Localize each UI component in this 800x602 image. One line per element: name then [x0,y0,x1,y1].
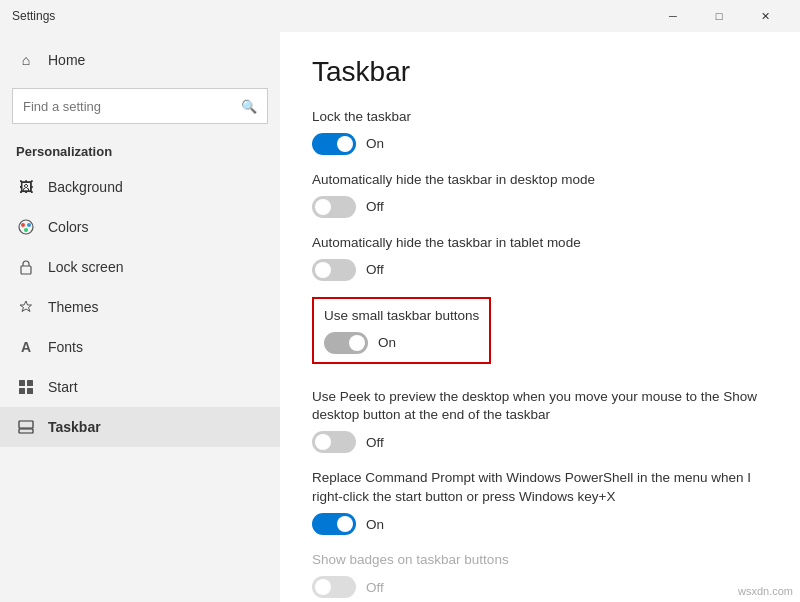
svg-rect-5 [19,380,25,386]
maximize-button[interactable]: □ [696,0,742,32]
toggle-state-peek: Off [366,435,384,450]
background-icon: 🖼 [16,177,36,197]
setting-label-badges: Show badges on taskbar buttons [312,551,768,570]
themes-icon [16,297,36,317]
toggle-thumb-auto-hide-tablet [315,262,331,278]
toggle-thumb-small-buttons [349,335,365,351]
taskbar-icon [16,417,36,437]
sidebar-item-colors[interactable]: Colors [0,207,280,247]
setting-auto-hide-tablet: Automatically hide the taskbar in tablet… [312,234,768,281]
search-input[interactable] [23,99,233,114]
sidebar-item-start[interactable]: Start [0,367,280,407]
sidebar-item-background[interactable]: 🖼 Background [0,167,280,207]
sidebar-item-taskbar[interactable]: Taskbar [0,407,280,447]
toggle-auto-hide-desktop[interactable] [312,196,356,218]
titlebar-title: Settings [12,9,650,23]
toggle-track-auto-hide-tablet [312,259,356,281]
svg-point-3 [24,228,28,232]
sidebar-item-label-background: Background [48,179,123,195]
sidebar-item-label-themes: Themes [48,299,99,315]
sidebar-item-label-fonts: Fonts [48,339,83,355]
minimize-button[interactable]: ─ [650,0,696,32]
close-button[interactable]: ✕ [742,0,788,32]
sidebar-item-label-lock-screen: Lock screen [48,259,123,275]
sidebar-item-label-start: Start [48,379,78,395]
sidebar-item-label-taskbar: Taskbar [48,419,101,435]
setting-label-peek: Use Peek to preview the desktop when you… [312,388,768,426]
fonts-icon: A [16,337,36,357]
home-icon: ⌂ [16,50,36,70]
sidebar-item-label-colors: Colors [48,219,88,235]
highlight-box-small-buttons: Use small taskbar buttons On [312,297,491,364]
toggle-state-powershell: On [366,517,384,532]
toggle-thumb-powershell [337,516,353,532]
toggle-peek[interactable] [312,431,356,453]
toggle-row-auto-hide-desktop: Off [312,196,768,218]
titlebar-controls: ─ □ ✕ [650,0,788,32]
svg-rect-8 [27,388,33,394]
setting-label-auto-hide-desktop: Automatically hide the taskbar in deskto… [312,171,768,190]
toggle-track-powershell [312,513,356,535]
toggle-thumb-badges [315,579,331,595]
toggle-track-lock-taskbar [312,133,356,155]
toggle-lock-taskbar[interactable] [312,133,356,155]
toggle-row-small-buttons: On [324,332,479,354]
svg-rect-10 [19,421,33,428]
toggle-row-badges: Off [312,576,768,598]
toggle-track-peek [312,431,356,453]
setting-lock-taskbar: Lock the taskbar On [312,108,768,155]
toggle-track-auto-hide-desktop [312,196,356,218]
svg-rect-6 [27,380,33,386]
toggle-state-lock-taskbar: On [366,136,384,151]
svg-rect-9 [19,429,33,433]
toggle-track-small-buttons [324,332,368,354]
setting-label-auto-hide-tablet: Automatically hide the taskbar in tablet… [312,234,768,253]
sidebar-home-item[interactable]: ⌂ Home [0,40,280,80]
search-icon: 🔍 [241,99,257,114]
sidebar-item-lock-screen[interactable]: Lock screen [0,247,280,287]
colors-icon [16,217,36,237]
svg-rect-7 [19,388,25,394]
sidebar-item-themes[interactable]: Themes [0,287,280,327]
app-body: ⌂ Home 🔍 Personalization 🖼 Background Co… [0,32,800,602]
setting-auto-hide-desktop: Automatically hide the taskbar in deskto… [312,171,768,218]
toggle-state-small-buttons: On [378,335,396,350]
setting-peek: Use Peek to preview the desktop when you… [312,388,768,454]
toggle-row-powershell: On [312,513,768,535]
toggle-state-auto-hide-tablet: Off [366,262,384,277]
sidebar-section-title: Personalization [0,132,280,167]
watermark: wsxdn.com [735,584,796,598]
toggle-auto-hide-tablet[interactable] [312,259,356,281]
toggle-state-auto-hide-desktop: Off [366,199,384,214]
sidebar: ⌂ Home 🔍 Personalization 🖼 Background Co… [0,32,280,602]
toggle-row-auto-hide-tablet: Off [312,259,768,281]
toggle-thumb-peek [315,434,331,450]
setting-small-buttons: Use small taskbar buttons On [312,297,768,372]
toggle-small-buttons[interactable] [324,332,368,354]
setting-label-powershell: Replace Command Prompt with Windows Powe… [312,469,768,507]
setting-label-lock-taskbar: Lock the taskbar [312,108,768,127]
lock-screen-icon [16,257,36,277]
svg-point-2 [27,223,31,227]
sidebar-item-fonts[interactable]: A Fonts [0,327,280,367]
svg-point-1 [21,223,25,227]
toggle-powershell[interactable] [312,513,356,535]
search-box[interactable]: 🔍 [12,88,268,124]
toggle-row-peek: Off [312,431,768,453]
page-title: Taskbar [312,56,768,88]
sidebar-home-label: Home [48,52,85,68]
toggle-thumb-auto-hide-desktop [315,199,331,215]
setting-powershell: Replace Command Prompt with Windows Powe… [312,469,768,535]
svg-rect-4 [21,266,31,274]
toggle-badges[interactable] [312,576,356,598]
toggle-state-badges: Off [366,580,384,595]
toggle-row-lock-taskbar: On [312,133,768,155]
toggle-track-badges [312,576,356,598]
titlebar: Settings ─ □ ✕ [0,0,800,32]
setting-label-small-buttons: Use small taskbar buttons [324,307,479,326]
start-icon [16,377,36,397]
content-area: Taskbar Lock the taskbar On Automaticall… [280,32,800,602]
setting-badges: Show badges on taskbar buttons Off [312,551,768,598]
toggle-thumb-lock-taskbar [337,136,353,152]
